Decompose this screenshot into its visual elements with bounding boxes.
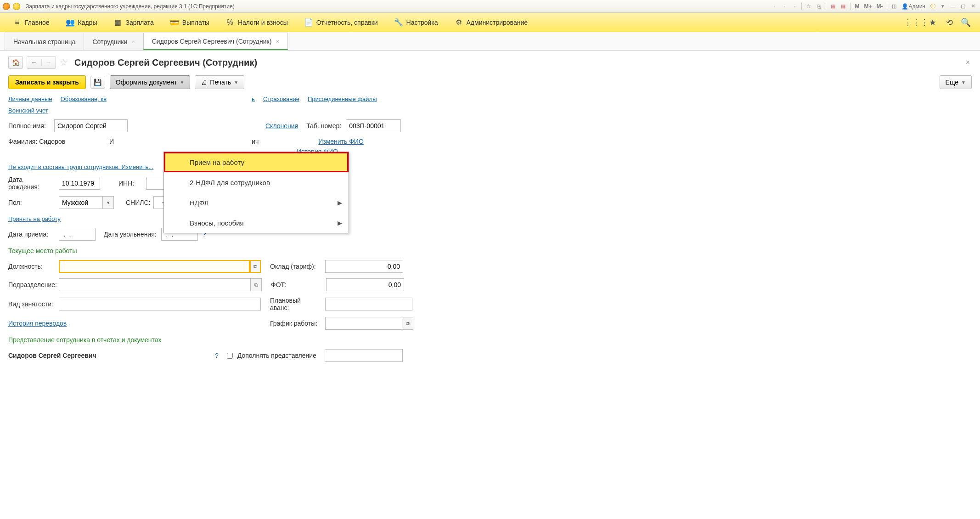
tab-employee-card[interactable]: Сидоров Сергей Сергеевич (Сотрудник)× bbox=[143, 33, 288, 50]
maximize-icon[interactable]: ▢ bbox=[959, 2, 967, 11]
menu-payments[interactable]: 💳Выплаты bbox=[162, 13, 218, 32]
menu-admin[interactable]: ⚙Администрирование bbox=[446, 13, 536, 32]
gear-icon: ⚙ bbox=[455, 18, 463, 27]
star-icon[interactable]: ★ bbox=[928, 17, 938, 28]
app-icon-refresh[interactable] bbox=[13, 3, 20, 10]
app-icon-1c bbox=[3, 3, 10, 10]
tb-info-icon[interactable]: ⓘ bbox=[929, 2, 937, 11]
menu-main[interactable]: ≡Главное bbox=[5, 13, 58, 32]
tb-user-label[interactable]: 👤 Админ bbox=[900, 2, 927, 11]
tb-new-icon[interactable]: ▫ bbox=[770, 2, 778, 11]
doc-icon: 📄 bbox=[304, 18, 313, 27]
separator bbox=[801, 3, 802, 10]
tb-cal2-icon[interactable]: ▦ bbox=[839, 2, 847, 11]
minimize-icon[interactable]: — bbox=[949, 2, 957, 11]
menu-settings[interactable]: 🔧Настройка bbox=[386, 13, 446, 32]
menu-salary[interactable]: ▦Зарплата bbox=[105, 13, 162, 32]
title-bar: Зарплата и кадры государственного учрежд… bbox=[0, 0, 980, 13]
tb-save-icon[interactable]: ▫ bbox=[790, 2, 799, 11]
tab-employees[interactable]: Сотрудники× bbox=[84, 33, 143, 50]
separator bbox=[887, 3, 887, 10]
menu-reports[interactable]: 📄Отчетность, справки bbox=[296, 13, 386, 32]
close-icon[interactable]: ✕ bbox=[969, 2, 977, 11]
table-icon: ▦ bbox=[113, 18, 122, 27]
card-icon: 💳 bbox=[170, 18, 179, 27]
app-title: Зарплата и кадры государственного учрежд… bbox=[26, 3, 235, 10]
tab-close-icon[interactable]: × bbox=[132, 39, 135, 45]
wrench-icon: 🔧 bbox=[394, 18, 403, 27]
tb-memory-m[interactable]: M bbox=[853, 2, 861, 11]
tb-cal1-icon[interactable]: ▦ bbox=[829, 2, 837, 11]
tb-panels-icon[interactable]: ◫ bbox=[890, 2, 898, 11]
tb-fav-icon[interactable]: ☆ bbox=[805, 2, 813, 11]
apps-icon[interactable]: ⋮⋮⋮ bbox=[911, 17, 921, 28]
separator bbox=[850, 3, 850, 10]
tb-dropdown-icon[interactable]: ▾ bbox=[939, 2, 947, 11]
tb-memory-mp[interactable]: M+ bbox=[862, 2, 873, 11]
search-icon[interactable]: 🔍 bbox=[961, 17, 971, 28]
percent-icon: % bbox=[226, 18, 234, 27]
tb-link-icon[interactable]: ⎘ bbox=[815, 2, 823, 11]
menu-hr[interactable]: 👥Кадры bbox=[58, 13, 106, 32]
menu-taxes[interactable]: %Налоги и взносы bbox=[218, 13, 296, 32]
hamburger-icon: ≡ bbox=[13, 18, 21, 27]
separator bbox=[826, 3, 826, 10]
people-icon: 👥 bbox=[66, 18, 74, 27]
tb-memory-mm[interactable]: M- bbox=[875, 2, 884, 11]
tabs-row: Начальная страница Сотрудники× Сидоров С… bbox=[0, 32, 980, 51]
tab-close-icon[interactable]: × bbox=[276, 39, 279, 44]
tb-open-icon[interactable]: ▫ bbox=[780, 2, 789, 11]
history-icon[interactable]: ⟲ bbox=[944, 17, 954, 28]
tab-start-page[interactable]: Начальная страница bbox=[5, 33, 84, 50]
main-menu: ≡Главное 👥Кадры ▦Зарплата 💳Выплаты %Нало… bbox=[0, 13, 980, 32]
